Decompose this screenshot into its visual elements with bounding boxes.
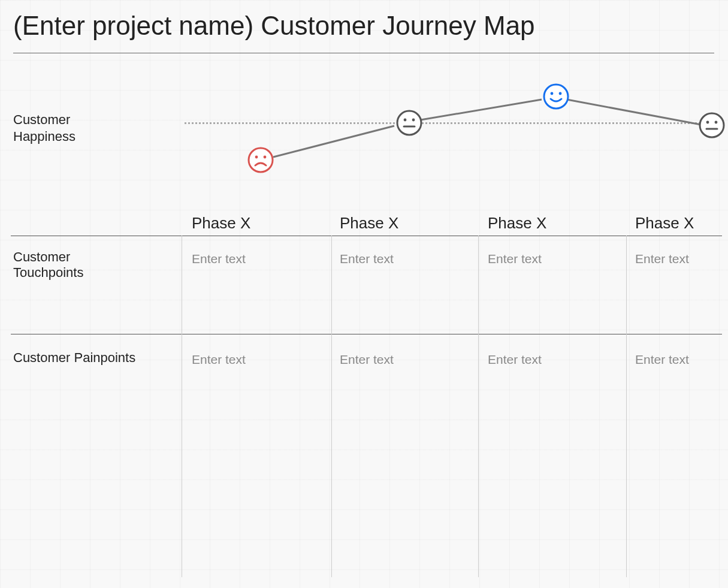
svg-point-11 [551,92,554,95]
table-divider [11,334,722,334]
svg-point-4 [255,156,258,159]
happiness-baseline-line [185,122,722,124]
column-separator [626,236,627,577]
svg-point-15 [715,121,718,124]
svg-line-2 [567,99,701,125]
svg-point-7 [404,119,407,122]
page-title[interactable]: (Enter project name) Customer Journey Ma… [13,11,714,53]
svg-line-0 [273,126,394,157]
svg-point-13 [700,113,724,137]
svg-point-3 [249,148,273,172]
sad-face-icon[interactable] [247,146,274,174]
painpoints-row-label: Customer Painpoints [13,350,169,366]
column-separator [182,236,182,577]
phase-header[interactable]: Phase X [488,214,546,233]
phase-header[interactable]: Phase X [340,214,398,233]
svg-point-14 [706,121,709,124]
phase-header[interactable]: Phase X [192,214,250,233]
touchpoints-cell[interactable]: Enter text [192,252,246,266]
touchpoints-cell[interactable]: Enter text [488,252,542,266]
painpoints-cell[interactable]: Enter text [192,352,246,367]
table-divider [11,236,722,236]
column-separator [331,236,332,577]
column-separator [478,236,479,577]
happy-face-icon[interactable] [542,83,570,110]
neutral-face-icon[interactable] [395,109,423,137]
happiness-section-label: CustomerHappiness [13,111,133,144]
touchpoints-cell[interactable]: Enter text [340,252,394,266]
svg-point-6 [397,111,421,135]
phase-header[interactable]: Phase X [635,214,694,233]
touchpoints-row-label: CustomerTouchpoints [13,249,151,281]
painpoints-cell[interactable]: Enter text [488,352,542,367]
svg-point-8 [412,119,415,122]
svg-line-1 [421,99,542,120]
svg-point-10 [544,85,568,108]
painpoints-cell[interactable]: Enter text [340,352,394,367]
neutral-face-icon[interactable] [698,111,726,139]
touchpoints-cell[interactable]: Enter text [635,252,689,266]
painpoints-cell[interactable]: Enter text [635,352,689,367]
svg-point-12 [559,92,562,95]
svg-point-5 [264,156,267,159]
